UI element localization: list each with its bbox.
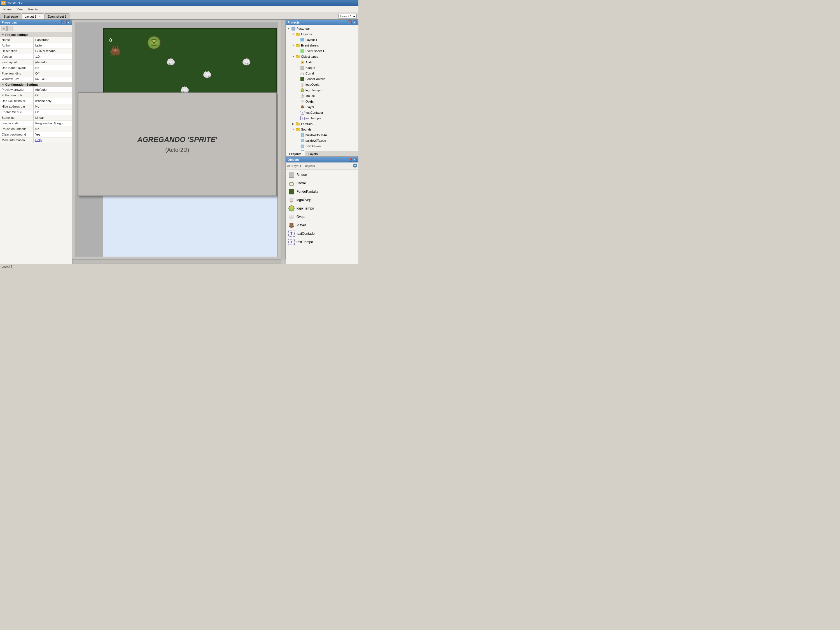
objects-list: Bloque Corral FondoPantalla <box>286 169 358 264</box>
svg-point-47 <box>116 47 117 49</box>
menu-home[interactable]: Home <box>1 7 14 11</box>
oveja-obj-icon <box>288 214 295 220</box>
prop-use-loader: Use loader layout No <box>0 65 72 71</box>
tree-bloque[interactable]: Bloque <box>295 65 358 71</box>
svg-point-110 <box>292 198 294 199</box>
objects-pin-icon[interactable]: 📌 <box>348 158 352 161</box>
root-toggle: ▼ <box>287 27 291 30</box>
obj-oveja[interactable]: Oveja <box>286 213 358 221</box>
tree-balidoWAV-m4a[interactable]: ♪ balidoWAV.m4a <box>295 132 358 138</box>
obj-logotiempo[interactable]: logoTiempo <box>286 204 358 213</box>
audio-icon <box>300 60 305 65</box>
tree-eventsheet1[interactable]: Event sheet 1 <box>295 48 358 54</box>
right-panel-tabs: Projects Layers <box>286 151 358 157</box>
obj-texttiempo[interactable]: T textTiempo <box>286 238 358 246</box>
svg-point-38 <box>184 87 185 87</box>
menu-events[interactable]: Events <box>26 7 40 11</box>
layout-selector[interactable]: Layout 1 <box>338 14 357 19</box>
svg-point-21 <box>247 59 247 59</box>
prop-loader-style: Loader style Progress bar & logo <box>0 121 72 126</box>
svg-text:♪: ♪ <box>302 140 303 142</box>
sheep-3 <box>202 69 213 79</box>
logooveja-obj-icon <box>288 197 295 203</box>
tree-BIRD8-ogg[interactable]: ♪ BIRD8.ogg <box>295 149 358 151</box>
canvas-scrollbar-vertical[interactable] <box>281 20 286 260</box>
properties-panel-header: Properties 📌 ✕ <box>0 20 72 25</box>
tab-start-page[interactable]: Start page <box>0 13 21 19</box>
obj-corral[interactable]: Corral <box>286 179 358 187</box>
svg-point-7 <box>167 61 170 63</box>
layout-icon <box>300 38 305 42</box>
tree-eventsheets-folder[interactable]: ▼ Event sheets <box>291 43 358 48</box>
canvas-scrollbar-horizontal[interactable] <box>72 260 281 264</box>
prop-pixel-rounding: Pixel rounding Off <box>0 71 72 76</box>
svg-text:T: T <box>291 232 293 236</box>
svg-point-76 <box>301 83 304 86</box>
tree-logotiempo[interactable]: logoTiempo <box>295 87 358 93</box>
layout-viewport[interactable]: 0 <box>75 22 278 256</box>
close-panel-icon[interactable]: ✕ <box>66 21 70 24</box>
menu-bar: Home View Events <box>0 6 358 12</box>
menu-view[interactable]: View <box>14 7 25 11</box>
tree-oveja[interactable]: Oveja <box>295 99 358 104</box>
tree-logooveja[interactable]: logoOveja <box>295 82 358 87</box>
obj-bloque[interactable]: Bloque <box>286 171 358 179</box>
tree-objecttypes-folder[interactable]: ▼ Object types <box>291 54 358 59</box>
props-toolbar: ≡ ↕ <box>0 25 72 32</box>
tree-layouts-folder[interactable]: ▼ Layouts <box>291 32 358 37</box>
fondopantalla-icon <box>300 77 305 81</box>
tree-player[interactable]: Player <box>295 104 358 110</box>
prop-more-info: More information Help <box>0 138 72 143</box>
properties-panel: Properties 📌 ✕ ≡ ↕ ▼ Project settings Na… <box>0 20 72 264</box>
section-project-settings[interactable]: ▼ Project settings <box>0 32 72 37</box>
tree-texttiempo[interactable]: T textTiempo <box>295 116 358 121</box>
props-sort-btn[interactable]: ↕ <box>7 26 13 31</box>
tab-projects[interactable]: Projects <box>286 151 305 156</box>
objects-close-icon[interactable]: ✕ <box>353 158 357 161</box>
tree-audio[interactable]: Audio <box>295 59 358 65</box>
objects-panel-icons: 📌 ✕ <box>348 158 357 161</box>
obj-textcontador[interactable]: T textContador <box>286 230 358 238</box>
objects-add-btn[interactable]: + <box>353 163 357 168</box>
tree-balidoWAV-ogg[interactable]: ♪ balidoWAV.ogg <box>295 138 358 143</box>
obj-player[interactable]: Player <box>286 221 358 230</box>
tab-close-layout1[interactable]: ✕ <box>38 15 41 18</box>
section-config-settings[interactable]: ▼ Configuration Settings <box>0 82 72 87</box>
tab-event-sheet1[interactable]: Event sheet 1 <box>44 13 69 19</box>
tab-layers[interactable]: Layers <box>305 151 321 156</box>
prop-window-size: Window Size 640, 480 <box>0 76 72 82</box>
tree-fondopantalla[interactable]: FondoPantalla <box>295 76 358 82</box>
svg-point-17 <box>243 59 246 61</box>
status-text: Layout 1 <box>2 265 12 268</box>
props-list-btn[interactable]: ≡ <box>1 26 7 31</box>
pin-icon[interactable]: 📌 <box>61 21 65 24</box>
tree-textcontador[interactable]: T textContador <box>295 110 358 116</box>
sprite-dialog-title: AGREGANDO 'SPRITE' <box>137 135 217 144</box>
objects-panel-header: Objects 📌 ✕ <box>286 157 358 163</box>
projects-close-icon[interactable]: ✕ <box>353 21 357 24</box>
projects-panel-icons: 📌 ✕ <box>348 21 357 24</box>
obj-fondopantalla[interactable]: FondoPantalla <box>286 187 358 196</box>
help-link[interactable]: Help <box>33 138 72 143</box>
svg-text:P: P <box>293 27 294 30</box>
svg-point-109 <box>289 198 291 199</box>
tree-BIRD8-m4a[interactable]: ♪ BIRD8.m4a <box>295 143 358 149</box>
tree-root[interactable]: ▼ P Pastorear <box>286 26 358 32</box>
tree-layout1[interactable]: Layout 1 <box>295 37 358 43</box>
tree-families-folder[interactable]: ▶ Families <box>291 121 358 127</box>
tree-sounds-folder[interactable]: ▼ Sounds <box>291 127 358 132</box>
tab-bar: Start page Layout 1 ✕ Event sheet 1 Layo… <box>0 12 358 20</box>
svg-point-20 <box>246 59 246 59</box>
obj-logooveja[interactable]: logoOveja <box>286 196 358 204</box>
prop-clear-bg: Clear background Yes <box>0 132 72 138</box>
app-title: Construct 2 <box>7 2 22 5</box>
tree-mouse[interactable]: Mouse <box>295 93 358 99</box>
sound-icon: ♪ <box>300 138 305 143</box>
folder-icon <box>296 43 300 47</box>
tab-layout1[interactable]: Layout 1 ✕ <box>22 13 44 19</box>
tree-corral[interactable]: Corral <box>295 71 358 76</box>
svg-point-83 <box>301 100 302 101</box>
projects-pin-icon[interactable]: 📌 <box>348 21 352 24</box>
svg-point-84 <box>303 100 304 101</box>
svg-text:+: + <box>354 164 356 168</box>
